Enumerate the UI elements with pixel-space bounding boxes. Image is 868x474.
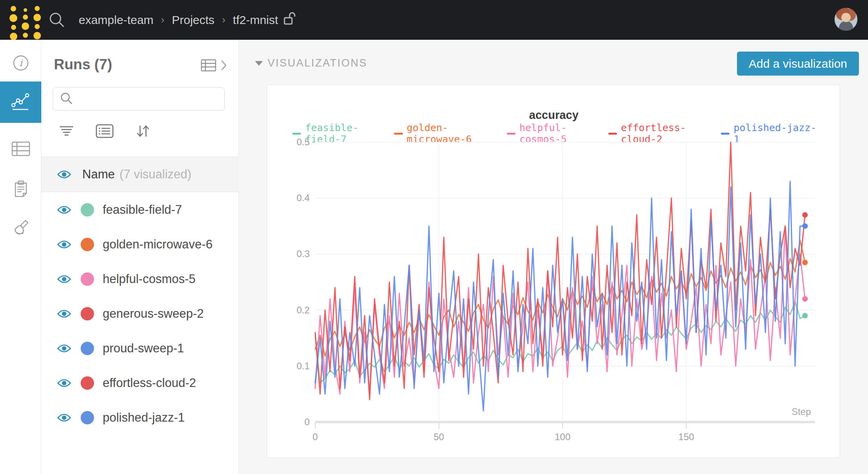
sidebar-item-charts[interactable]	[0, 81, 41, 123]
svg-text:0: 0	[305, 417, 310, 427]
visibility-eye-icon[interactable]	[57, 309, 71, 318]
svg-text:i: i	[19, 57, 23, 69]
runs-panel: Runs (7) Name (7 visualized)	[41, 40, 239, 474]
run-row: golden-microwave-6	[41, 227, 239, 262]
run-color-dot	[81, 203, 94, 217]
runs-panel-title: Runs (7)	[54, 56, 112, 73]
breadcrumb: example-team › Projects › tf2-mnist	[79, 0, 296, 40]
run-row: helpful-cosmos-5	[41, 262, 239, 296]
expand-table-button[interactable]	[201, 58, 227, 74]
visualizations-header: VISUALIZATIONS Add a visualization	[239, 40, 868, 75]
unlock-icon	[283, 11, 296, 29]
visibility-eye-icon[interactable]	[57, 378, 71, 388]
svg-text:50: 50	[434, 431, 444, 442]
runs-toolbar	[59, 123, 151, 139]
sidebar-rail: i	[0, 40, 41, 474]
search-icon[interactable]	[48, 11, 66, 31]
sidebar-item-notes[interactable]	[0, 172, 41, 208]
run-row: effortless-cloud-2	[41, 366, 239, 400]
legend-swatch	[507, 133, 515, 135]
breadcrumb-separator: ›	[222, 14, 225, 26]
legend-swatch	[721, 133, 729, 135]
line-chart-icon	[10, 92, 31, 113]
run-color-dot	[81, 342, 94, 355]
legend-swatch	[608, 133, 617, 135]
breadcrumb-team[interactable]: example-team	[79, 13, 153, 27]
sort-icon[interactable]	[135, 123, 151, 139]
run-color-dot	[81, 238, 94, 251]
svg-text:Step: Step	[792, 406, 811, 417]
run-list: feasible-field-7 golden-microwave-6 help…	[41, 193, 239, 435]
chart-panel[interactable]: accuracy feasible-field-7 golden-microwa…	[267, 85, 840, 458]
visualized-count-label: (7 visualized)	[120, 167, 192, 181]
visibility-eye-icon[interactable]	[57, 240, 71, 249]
svg-text:0.4: 0.4	[297, 193, 310, 203]
chart-title: accuracy	[267, 109, 840, 122]
run-row: proud-sweep-1	[41, 331, 239, 366]
runs-search-input[interactable]	[78, 93, 212, 106]
visibility-eye-icon[interactable]	[57, 413, 71, 422]
wandb-logo[interactable]	[9, 6, 41, 40]
legend-swatch	[394, 133, 403, 135]
svg-text:0.3: 0.3	[297, 248, 310, 259]
visibility-eye-icon[interactable]	[57, 344, 71, 353]
main-content: VISUALIZATIONS Add a visualization accur…	[239, 40, 868, 474]
svg-text:0: 0	[312, 431, 318, 442]
svg-text:100: 100	[555, 431, 571, 442]
avatar[interactable]	[834, 7, 858, 31]
table-icon	[11, 141, 30, 159]
topbar: example-team › Projects › tf2-mnist	[0, 0, 868, 40]
run-color-dot	[81, 272, 94, 286]
broom-icon	[11, 219, 30, 240]
run-color-dot	[81, 411, 94, 424]
chevron-right-icon	[220, 59, 227, 73]
collapse-caret-icon[interactable]	[255, 61, 263, 66]
add-visualization-button[interactable]: Add a visualization	[737, 52, 859, 76]
visualizations-title: VISUALIZATIONS	[268, 57, 368, 69]
svg-text:150: 150	[678, 431, 694, 442]
visibility-eye-icon[interactable]	[57, 205, 71, 215]
sidebar-item-table[interactable]	[0, 132, 41, 168]
svg-text:0.2: 0.2	[297, 305, 310, 315]
run-name[interactable]: golden-microwave-6	[103, 237, 212, 252]
breadcrumb-separator: ›	[161, 14, 164, 26]
run-row: polished-jazz-1	[41, 400, 239, 435]
legend-swatch	[292, 133, 301, 135]
info-icon: i	[12, 54, 30, 73]
clipboard-icon	[12, 180, 30, 200]
line-chart[interactable]: 00.10.20.30.40.5050100150Step	[282, 135, 825, 450]
sidebar-item-sweeps[interactable]	[0, 212, 41, 247]
visibility-eye-icon[interactable]	[57, 170, 71, 179]
runs-search-box	[53, 87, 225, 111]
runs-name-header[interactable]: Name (7 visualized)	[41, 157, 239, 192]
run-name[interactable]: generous-sweep-2	[103, 307, 204, 321]
table-expand-icon	[201, 58, 217, 74]
run-name[interactable]: effortless-cloud-2	[103, 376, 196, 390]
list-icon[interactable]	[96, 124, 114, 138]
svg-text:0.5: 0.5	[297, 137, 310, 147]
run-name[interactable]: proud-sweep-1	[103, 341, 184, 356]
name-column-label: Name	[82, 167, 115, 181]
svg-text:0.1: 0.1	[297, 361, 310, 371]
search-icon	[59, 91, 74, 107]
run-row: generous-sweep-2	[41, 296, 239, 331]
run-row: feasible-field-7	[41, 193, 239, 227]
run-color-dot	[81, 376, 94, 390]
breadcrumb-project[interactable]: tf2-mnist	[233, 13, 278, 27]
run-name[interactable]: helpful-cosmos-5	[103, 272, 196, 286]
sidebar-item-overview[interactable]: i	[0, 46, 41, 81]
filter-icon[interactable]	[59, 124, 74, 138]
run-name[interactable]: polished-jazz-1	[103, 411, 185, 425]
run-color-dot	[81, 307, 94, 320]
breadcrumb-projects[interactable]: Projects	[172, 13, 214, 27]
visibility-eye-icon[interactable]	[57, 274, 71, 284]
run-name[interactable]: feasible-field-7	[103, 203, 182, 217]
